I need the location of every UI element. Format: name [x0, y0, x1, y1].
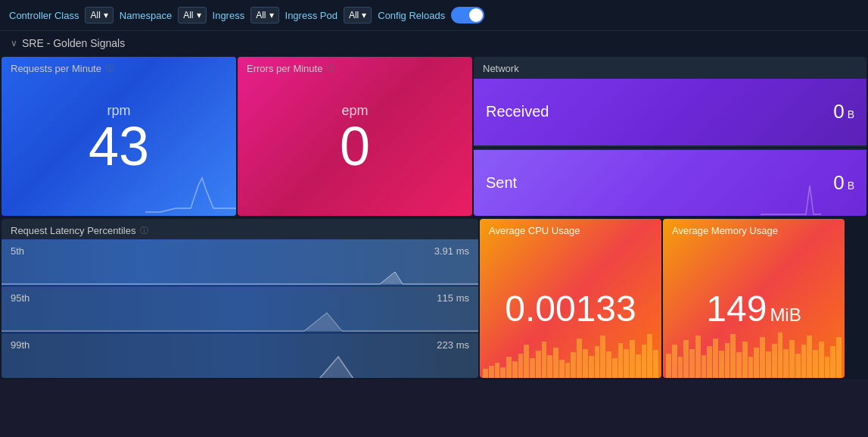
rpm-sparkline	[145, 170, 236, 216]
rpm-panel: Requests per Minute ⓘ rpm 43	[2, 57, 236, 216]
latency-99th-value: 223 ms	[437, 339, 469, 351]
latency-95th-label: 95th	[11, 292, 30, 304]
epm-panel-header: Errors per Minute ⓘ	[238, 57, 472, 77]
memory-panel: Average Memory Usage 149 MiB	[663, 219, 845, 378]
dashboard-row-1: Requests per Minute ⓘ rpm 43 Errors per …	[0, 55, 868, 217]
latency-5th-value: 3.91 ms	[434, 245, 469, 257]
rpm-title: Requests per Minute	[11, 63, 101, 74]
latency-panel: Request Latency Percentiles ⓘ 5th 3.91 m…	[2, 219, 478, 378]
epm-info-icon: ⓘ	[327, 63, 335, 74]
network-received-label: Received	[486, 103, 549, 120]
cpu-panel-header: Average CPU Usage	[480, 219, 661, 239]
network-received-bg: Received 0 B	[474, 79, 866, 145]
latency-info-icon: ⓘ	[140, 225, 148, 236]
latency-95th-chart	[2, 305, 478, 332]
memory-title: Average Memory Usage	[672, 225, 778, 236]
dashboard: Requests per Minute ⓘ rpm 43 Errors per …	[0, 55, 868, 379]
latency-5th-header: 5th 3.91 ms	[11, 245, 469, 257]
memory-content: 149 MiB	[663, 239, 845, 378]
cpu-title: Average CPU Usage	[489, 225, 580, 236]
memory-value-group: 149 MiB	[706, 288, 801, 329]
ingress-label: Ingress	[213, 10, 245, 21]
latency-5th-row: 5th 3.91 ms	[2, 239, 478, 286]
ingress-pod-label: Ingress Pod	[285, 10, 338, 21]
namespace-select[interactable]: All ▾	[178, 7, 206, 23]
network-title: Network	[474, 57, 866, 77]
latency-5th-label: 5th	[11, 245, 24, 257]
ingress-select[interactable]: All ▾	[250, 7, 278, 23]
ingress-pod-select[interactable]: All ▾	[344, 7, 372, 23]
network-sent-section: Sent 0 B	[474, 150, 866, 217]
network-sent-sparkline	[761, 178, 821, 216]
latency-95th-row: 95th 115 ms	[2, 286, 478, 333]
rpm-panel-header: Requests per Minute ⓘ	[2, 57, 236, 77]
network-received-value: 0 B	[833, 100, 854, 123]
cpu-panel: Average CPU Usage 0.00133	[480, 219, 661, 378]
latency-99th-chart	[2, 353, 478, 378]
latency-99th-label: 99th	[11, 339, 30, 351]
epm-value: 0	[340, 119, 370, 173]
cpu-value: 0.00133	[505, 288, 636, 329]
topbar: Controller Class All ▾ Namespace All ▾ I…	[0, 0, 868, 30]
memory-panel-header: Average Memory Usage	[663, 219, 845, 239]
section-title-bar: ∨ SRE - Golden Signals	[0, 30, 868, 55]
controller-class-label: Controller Class	[9, 10, 79, 21]
latency-5th-chart	[2, 258, 478, 286]
section-chevron-icon: ∨	[11, 38, 17, 48]
latency-panel-header: Request Latency Percentiles ⓘ	[2, 219, 478, 239]
epm-panel: Errors per Minute ⓘ epm 0	[238, 57, 472, 216]
network-sent-value: 0 B	[833, 171, 854, 195]
rpm-value: 43	[89, 119, 149, 173]
rpm-info-icon: ⓘ	[106, 63, 114, 74]
epm-title: Errors per Minute	[247, 63, 322, 74]
memory-unit: MiB	[770, 304, 801, 326]
dashboard-row-2: Request Latency Percentiles ⓘ 5th 3.91 m…	[0, 217, 868, 379]
network-panel: Network Received 0 B Sent 0 B	[474, 57, 866, 216]
latency-99th-header: 99th 223 ms	[11, 339, 469, 351]
latency-95th-header: 95th 115 ms	[11, 292, 469, 304]
config-reloads-label: Config Reloads	[378, 10, 445, 21]
section-title-text: SRE - Golden Signals	[22, 37, 125, 49]
latency-99th-row: 99th 223 ms	[2, 333, 478, 378]
config-reloads-toggle[interactable]	[451, 7, 484, 23]
network-received-section: Received 0 B	[474, 79, 866, 145]
namespace-label: Namespace	[120, 10, 172, 21]
epm-content: epm 0	[238, 77, 472, 198]
latency-title: Request Latency Percentiles	[11, 225, 135, 236]
memory-value: 149	[706, 288, 767, 329]
network-sent-bg: Sent 0 B	[474, 150, 866, 217]
controller-class-select[interactable]: All ▾	[85, 7, 113, 23]
latency-95th-value: 115 ms	[437, 292, 469, 304]
cpu-content: 0.00133	[480, 239, 661, 378]
network-sent-label: Sent	[486, 174, 517, 192]
